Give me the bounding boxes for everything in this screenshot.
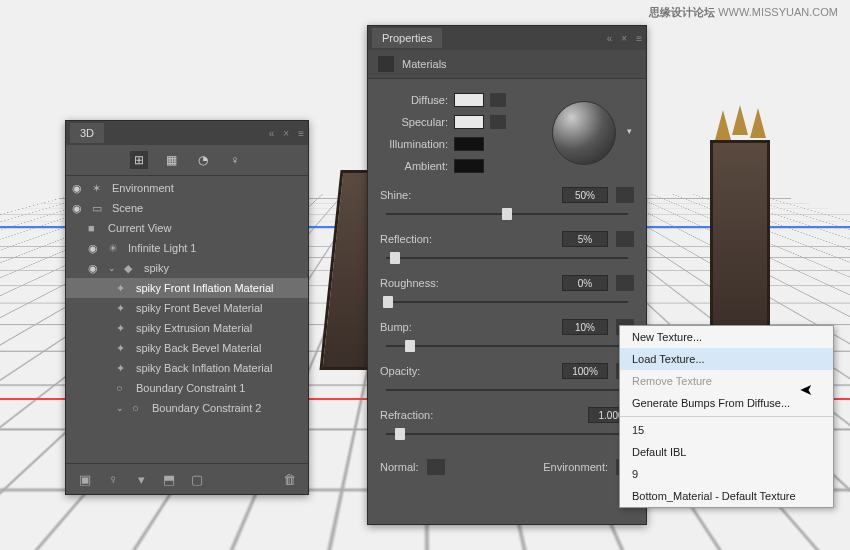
material-icon: ✦ — [116, 322, 130, 335]
cursor-icon: ➤ — [800, 380, 813, 399]
opacity-value[interactable]: 100% — [562, 363, 608, 379]
bump-context-menu: New Texture... Load Texture... Remove Te… — [619, 325, 834, 508]
slider-opacity: Opacity:100% — [380, 361, 634, 397]
slider-reflection: Reflection:5% — [380, 229, 634, 265]
tree-material-back-bevel[interactable]: ✦spiky Back Bevel Material — [66, 338, 308, 358]
slider-refraction: Refraction:1.000 — [380, 405, 634, 441]
folder-icon[interactable] — [616, 187, 634, 203]
tree-material-extrusion[interactable]: ✦spiky Extrusion Material — [66, 318, 308, 338]
material-icon: ✦ — [116, 342, 130, 355]
opacity-slider[interactable] — [380, 383, 634, 397]
new-layer-icon[interactable]: ▣ — [76, 470, 94, 488]
mesh-icon: ◆ — [124, 262, 138, 275]
close-icon[interactable]: × — [621, 33, 627, 44]
material-icon: ✦ — [116, 302, 130, 315]
panel-3d-footer: ▣ ♀ ▾ ⬒ ▢ 🗑 — [66, 463, 308, 494]
tab-3d[interactable]: 3D — [70, 123, 104, 143]
materials-icon — [378, 56, 394, 72]
light-icon: ☀ — [108, 242, 122, 255]
environment-icon: ✶ — [92, 182, 106, 195]
shine-slider[interactable] — [380, 207, 634, 221]
material-icon: ✦ — [116, 282, 130, 295]
section-title: Materials — [402, 58, 447, 70]
visibility-icon[interactable]: ◉ — [72, 182, 86, 195]
filter-mesh-icon[interactable]: ▦ — [162, 151, 180, 169]
visibility-icon[interactable]: ◉ — [88, 242, 102, 255]
props-footer: Normal: Environment: — [380, 459, 634, 475]
preview-dropdown-icon[interactable]: ▾ — [627, 126, 632, 136]
tree-infinite-light[interactable]: ◉☀Infinite Light 1 — [66, 238, 308, 258]
camera-icon: ■ — [88, 222, 102, 234]
diffuse-swatch[interactable] — [454, 93, 484, 107]
minimize-icon[interactable]: « — [269, 128, 275, 139]
menu-new-texture[interactable]: New Texture... — [620, 326, 833, 348]
menu-load-texture[interactable]: Load Texture... — [620, 348, 833, 370]
roughness-slider[interactable] — [380, 295, 634, 309]
bump-slider[interactable] — [380, 339, 634, 353]
reflection-value[interactable]: 5% — [562, 231, 608, 247]
menu-separator — [620, 416, 833, 417]
menu-icon[interactable]: ≡ — [298, 128, 304, 139]
render-icon[interactable]: ▢ — [188, 470, 206, 488]
specular-swatch[interactable] — [454, 115, 484, 129]
section-materials: Materials — [368, 50, 646, 79]
mesh-letter — [710, 140, 770, 340]
tree-material-front-inflation[interactable]: ✦spiky Front Inflation Material — [66, 278, 308, 298]
delete-icon[interactable]: 🗑 — [280, 470, 298, 488]
tree-environment[interactable]: ◉✶Environment — [66, 178, 308, 198]
panel-properties: Properties « × ≡ Materials ▾ Diffuse: Sp… — [367, 25, 647, 525]
tree-current-view[interactable]: ■Current View — [66, 218, 308, 238]
refraction-slider[interactable] — [380, 427, 634, 441]
scene-tree: ◉✶Environment ◉▭Scene ■Current View ◉☀In… — [66, 176, 308, 420]
watermark: 思缘设计论坛 WWW.MISSYUAN.COM — [649, 5, 838, 20]
constraint-icon: ○ — [116, 382, 130, 394]
tree-boundary-2[interactable]: ⌄○Boundary Constraint 2 — [66, 398, 308, 418]
ambient-swatch[interactable] — [454, 159, 484, 173]
new-light-icon[interactable]: ♀ — [104, 470, 122, 488]
chevron-down-icon[interactable]: ⌄ — [116, 403, 126, 413]
menu-texture-item[interactable]: 15 — [620, 419, 833, 441]
folder-icon[interactable] — [490, 115, 506, 129]
panel-tabbar: 3D « × ≡ — [66, 121, 308, 145]
slider-roughness: Roughness:0% — [380, 273, 634, 309]
tree-scene[interactable]: ◉▭Scene — [66, 198, 308, 218]
shine-value[interactable]: 50% — [562, 187, 608, 203]
folder-icon[interactable] — [427, 459, 445, 475]
add-plane-icon[interactable]: ⬒ — [160, 470, 178, 488]
material-icon: ✦ — [116, 362, 130, 375]
mesh-spike — [715, 110, 731, 140]
close-icon[interactable]: × — [283, 128, 289, 139]
folder-icon[interactable] — [616, 231, 634, 247]
menu-icon[interactable]: ≡ — [636, 33, 642, 44]
filter-light-icon[interactable]: ♀ — [226, 151, 244, 169]
tree-material-front-bevel[interactable]: ✦spiky Front Bevel Material — [66, 298, 308, 318]
minimize-icon[interactable]: « — [607, 33, 613, 44]
menu-texture-item[interactable]: Bottom_Material - Default Texture — [620, 485, 833, 507]
roughness-value[interactable]: 0% — [562, 275, 608, 291]
filter-toolbar: ⊞ ▦ ◔ ♀ — [66, 145, 308, 176]
environment-label: Environment: — [543, 461, 608, 473]
reflection-slider[interactable] — [380, 251, 634, 265]
material-preview[interactable] — [552, 101, 616, 165]
tree-spiky[interactable]: ◉⌄◆spiky — [66, 258, 308, 278]
tab-properties[interactable]: Properties — [372, 28, 442, 48]
texture-icon[interactable] — [490, 93, 506, 107]
filter-material-icon[interactable]: ◔ — [194, 151, 212, 169]
mesh-spike — [732, 105, 748, 135]
tree-boundary-1[interactable]: ○Boundary Constraint 1 — [66, 378, 308, 398]
add-object-icon[interactable]: ▾ — [132, 470, 150, 488]
chevron-down-icon[interactable]: ⌄ — [108, 263, 118, 273]
menu-texture-item[interactable]: 9 — [620, 463, 833, 485]
visibility-icon[interactable]: ◉ — [88, 262, 102, 275]
illumination-swatch[interactable] — [454, 137, 484, 151]
slider-bump: Bump:10% — [380, 317, 634, 353]
filter-scene-icon[interactable]: ⊞ — [130, 151, 148, 169]
panel-3d: 3D « × ≡ ⊞ ▦ ◔ ♀ ◉✶Environment ◉▭Scene ■… — [65, 120, 309, 495]
scene-icon: ▭ — [92, 202, 106, 215]
slider-shine: Shine:50% — [380, 185, 634, 221]
folder-icon[interactable] — [616, 275, 634, 291]
bump-value[interactable]: 10% — [562, 319, 608, 335]
visibility-icon[interactable]: ◉ — [72, 202, 86, 215]
menu-texture-item[interactable]: Default IBL — [620, 441, 833, 463]
tree-material-back-inflation[interactable]: ✦spiky Back Inflation Material — [66, 358, 308, 378]
